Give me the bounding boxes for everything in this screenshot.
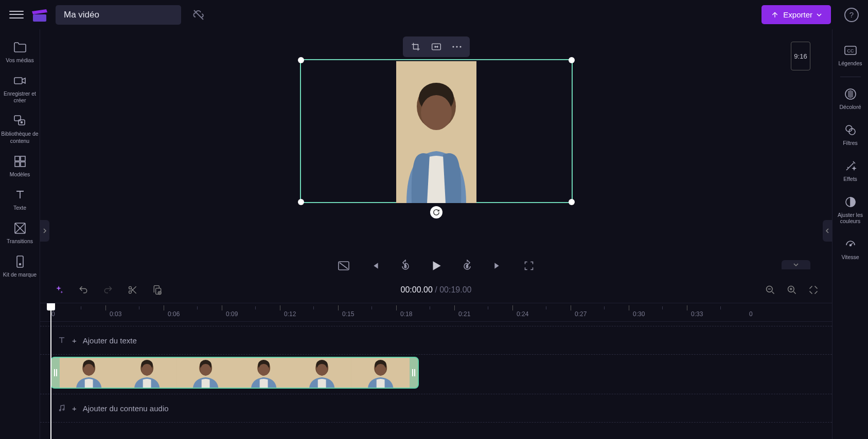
- more-options-button[interactable]: [447, 40, 467, 54]
- current-time: 00:00.00: [401, 285, 433, 294]
- resize-handle-tl[interactable]: [298, 57, 304, 63]
- resize-handle-tr[interactable]: [569, 57, 575, 63]
- clip-thumbnail: [235, 358, 293, 388]
- sidebar-item-library[interactable]: Bibliothèque de contenu: [0, 109, 40, 149]
- ruler-label: 0:27: [575, 310, 587, 318]
- svg-rect-58: [414, 369, 415, 376]
- svg-rect-31: [54, 369, 55, 376]
- app-logo-icon[interactable]: [31, 7, 48, 23]
- ruler-label: 0:21: [458, 310, 470, 318]
- aspect-ratio-button[interactable]: 9:16: [791, 42, 810, 70]
- right-item-speed[interactable]: Vitesse: [832, 232, 868, 265]
- skip-end-button[interactable]: [490, 258, 506, 273]
- fit-button[interactable]: [427, 40, 446, 54]
- filters-icon: [844, 123, 857, 137]
- svg-rect-57: [412, 369, 413, 376]
- cloud-sync-off-icon[interactable]: [188, 5, 209, 25]
- svg-point-40: [142, 364, 152, 376]
- menu-button[interactable]: [9, 8, 24, 22]
- preview-clip-image: [396, 61, 476, 203]
- project-title-input[interactable]: [56, 5, 181, 25]
- ruler-label: 0:12: [284, 310, 296, 318]
- clip-thumbnail: [176, 358, 235, 388]
- time-display: 00:00.00 / 00:19.00: [401, 285, 472, 295]
- sidebar-item-media[interactable]: Vos médias: [0, 35, 40, 69]
- fade-icon: [844, 87, 857, 101]
- chevron-down-icon: [817, 12, 822, 17]
- right-label: Légendes: [838, 60, 862, 66]
- export-label: Exporter: [783, 10, 812, 19]
- zoom-out-button[interactable]: [764, 284, 776, 296]
- rewind-5-button[interactable]: 5: [398, 258, 413, 273]
- ruler-label: 0:18: [400, 310, 412, 318]
- sidebar-label: Modèles: [10, 171, 30, 178]
- sidebar-label: Bibliothèque de contenu: [1, 131, 39, 144]
- rotate-handle[interactable]: [430, 206, 442, 218]
- aspect-ratio-label: 9:16: [794, 52, 807, 60]
- skip-start-button[interactable]: [367, 258, 382, 273]
- svg-point-67: [849, 245, 851, 246]
- copy-button[interactable]: [151, 284, 164, 296]
- timeline-ruler[interactable]: 00:030:060:090:120:150:180:210:240:270:3…: [40, 303, 832, 322]
- safe-zone-toggle[interactable]: [336, 258, 351, 273]
- right-label: Décoloré: [839, 104, 861, 110]
- right-item-fade[interactable]: Décoloré: [832, 82, 868, 115]
- sidebar-label: Texte: [13, 205, 26, 211]
- music-icon: [58, 404, 66, 412]
- right-label: Filtres: [843, 140, 858, 146]
- forward-5-button[interactable]: 5: [459, 258, 475, 273]
- video-clip[interactable]: [50, 357, 419, 389]
- right-item-captions[interactable]: CC Légendes: [832, 39, 868, 71]
- resize-handle-br[interactable]: [569, 199, 575, 205]
- video-track[interactable]: [50, 357, 832, 390]
- ruler-label: 0:15: [342, 310, 354, 318]
- svg-point-14: [452, 46, 454, 47]
- right-item-effects[interactable]: Effets: [832, 154, 868, 187]
- sidebar-item-transitions[interactable]: Transitions: [0, 216, 40, 250]
- svg-point-56: [375, 364, 385, 376]
- clip-trim-right[interactable]: [410, 358, 418, 388]
- export-button[interactable]: Exporter: [761, 5, 831, 24]
- effects-icon: [844, 159, 857, 173]
- clip-thumbnail: [293, 358, 351, 388]
- selection-frame[interactable]: [300, 59, 573, 203]
- svg-line-1: [194, 10, 203, 20]
- svg-point-12: [19, 264, 21, 265]
- expand-right-panel-button[interactable]: [823, 220, 832, 242]
- crop-button[interactable]: [406, 40, 426, 54]
- divider: [840, 77, 861, 77]
- svg-point-25: [129, 286, 132, 289]
- help-button[interactable]: ?: [844, 8, 859, 22]
- sidebar-item-text[interactable]: Texte: [0, 183, 40, 216]
- resize-handle-bl[interactable]: [298, 199, 304, 205]
- contrast-icon: [844, 195, 857, 209]
- sidebar-item-record[interactable]: Enregistrer et créer: [0, 69, 40, 109]
- timeline[interactable]: 00:030:060:090:120:150:180:210:240:270:3…: [40, 303, 832, 439]
- text-track-label: Ajouter du texte: [83, 336, 137, 345]
- clip-trim-left[interactable]: [51, 358, 60, 388]
- sidebar-item-templates[interactable]: Modèles: [0, 150, 40, 183]
- undo-button[interactable]: [77, 284, 90, 296]
- right-item-filters[interactable]: Filtres: [832, 118, 868, 151]
- split-button[interactable]: [127, 284, 139, 296]
- fullscreen-button[interactable]: [521, 258, 537, 273]
- preview-canvas[interactable]: 9:16: [40, 29, 832, 254]
- text-track[interactable]: + Ajouter du texte: [40, 326, 832, 355]
- collapse-timeline-button[interactable]: [782, 260, 810, 269]
- right-label: Ajuster les couleurs: [834, 212, 867, 224]
- playhead[interactable]: [50, 303, 51, 439]
- zoom-fit-button[interactable]: [807, 284, 820, 296]
- ruler-label: 0:06: [168, 310, 180, 318]
- plus-icon: +: [72, 404, 77, 413]
- right-item-adjust-colors[interactable]: Ajuster les couleurs: [832, 190, 868, 229]
- play-button[interactable]: [429, 258, 444, 273]
- transitions-icon: [13, 222, 27, 235]
- svg-text:5: 5: [466, 265, 468, 268]
- audio-track[interactable]: + Ajouter du contenu audio: [40, 394, 832, 423]
- svg-rect-2: [14, 78, 22, 84]
- svg-line-22: [340, 263, 348, 269]
- redo-button[interactable]: [102, 284, 114, 296]
- sidebar-item-brandkit[interactable]: Kit de marque: [0, 250, 40, 283]
- zoom-in-button[interactable]: [786, 284, 798, 296]
- ai-sparkle-button[interactable]: [52, 284, 65, 296]
